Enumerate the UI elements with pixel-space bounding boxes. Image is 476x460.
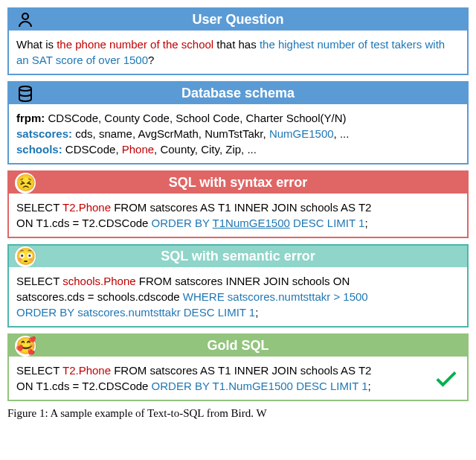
gold-sql-block: 🥰 Gold SQL SELECT T2.Phone FROM satscore… xyxy=(7,333,469,401)
svg-point-1 xyxy=(19,86,31,91)
svg-point-0 xyxy=(22,13,28,19)
person-icon xyxy=(15,10,36,31)
question-block: User Question What is the phone number o… xyxy=(7,7,469,75)
question-header: User Question xyxy=(9,9,467,31)
gold-sql-header: 🥰 Gold SQL xyxy=(9,335,467,357)
question-header-label: User Question xyxy=(192,12,283,28)
syntax-error-header-label: SQL with syntax error xyxy=(169,175,308,191)
gold-line-1: SELECT T2.Phone FROM satscores AS T1 INN… xyxy=(16,362,430,378)
schema-line-3: schools: CDSCode, Phone, County, City, Z… xyxy=(16,141,460,157)
schema-block: Database schema frpm: CDSCode, County Co… xyxy=(7,81,469,164)
confused-face-icon: 😣 xyxy=(15,173,36,194)
syntax-line-2: ON T1.cds = T2.CDSCode ORDER BY T1NumGE1… xyxy=(16,215,460,231)
question-content: What is the phone number of the school t… xyxy=(9,31,467,74)
flushed-face-icon: 😳 xyxy=(15,246,36,267)
gold-line-2: ON T1.cds = T2.CDSCode ORDER BY T1.NumGE… xyxy=(16,378,430,394)
schema-header: Database schema xyxy=(9,83,467,104)
smiling-hearts-face-icon: 🥰 xyxy=(15,336,36,357)
semantic-line-3: ORDER BY satscores.numtsttakr DESC LIMIT… xyxy=(16,304,460,320)
figure-caption: Figure 1: A sample example of Text-to-SQ… xyxy=(7,407,469,420)
gold-sql-header-label: Gold SQL xyxy=(208,338,269,354)
schema-content: frpm: CDSCode, County Code, School Code,… xyxy=(9,104,467,163)
schema-line-2: satscores: cds, sname, AvgScrMath, NumTs… xyxy=(16,126,460,141)
syntax-line-1: SELECT T2.Phone FROM satscores AS T1 INN… xyxy=(16,199,460,215)
semantic-error-header-label: SQL with semantic error xyxy=(161,249,315,264)
semantic-line-1: SELECT schools.Phone FROM satscores INNE… xyxy=(16,273,460,289)
semantic-error-content: SELECT schools.Phone FROM satscores INNE… xyxy=(9,267,467,326)
syntax-error-block: 😣 SQL with syntax error SELECT T2.Phone … xyxy=(7,170,469,238)
database-icon xyxy=(15,83,36,104)
gold-sql-content: SELECT T2.Phone FROM satscores AS T1 INN… xyxy=(9,357,467,400)
semantic-error-header: 😳 SQL with semantic error xyxy=(9,246,467,267)
checkmark-icon xyxy=(433,365,460,392)
semantic-error-block: 😳 SQL with semantic error SELECT schools… xyxy=(7,244,469,328)
syntax-error-content: SELECT T2.Phone FROM satscores AS T1 INN… xyxy=(9,194,467,237)
schema-line-1: frpm: CDSCode, County Code, School Code,… xyxy=(16,110,460,126)
syntax-error-header: 😣 SQL with syntax error xyxy=(9,172,467,194)
schema-header-label: Database schema xyxy=(181,86,295,101)
semantic-line-2: satscores.cds = schools.cdscode WHERE sa… xyxy=(16,289,460,304)
